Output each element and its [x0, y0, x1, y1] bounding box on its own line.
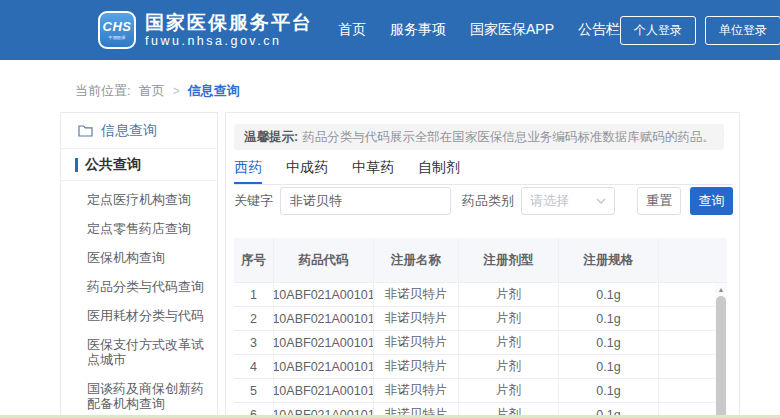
column-header-index: 序号	[234, 238, 274, 282]
logo-mini-text: 中国医保	[109, 34, 126, 39]
cell-registered-name: 非诺贝特片	[374, 355, 459, 378]
results-table: 序号 药品代码 注册名称 注册剂型 注册规格 1 XC10ABF021A0010…	[234, 238, 727, 418]
site-domain: fuwu.nhsa.gov.cn	[145, 34, 313, 49]
tip-alert-title: 温馨提示:	[244, 129, 298, 146]
sidebar-item-negotiated-drug-institutions[interactable]: 国谈药及商保创新药配备机构查询	[61, 374, 217, 418]
sidebar-item-drug-classification-code[interactable]: 药品分类与代码查询	[61, 272, 217, 301]
table-header-row: 序号 药品代码 注册名称 注册剂型 注册规格	[234, 238, 727, 283]
column-header-dosage-form: 注册剂型	[459, 238, 559, 282]
category-select-placeholder: 请选择	[530, 192, 569, 210]
site-title: 国家医保服务平台	[145, 12, 313, 33]
nav-services[interactable]: 服务事项	[390, 21, 446, 39]
sidebar-item-insurance-agencies[interactable]: 医保机构查询	[61, 243, 217, 272]
main-panel: 温馨提示: 药品分类与代码展示全部在国家医保信息业务编码标准数据库赋码的药品。 …	[225, 112, 740, 418]
folder-icon	[78, 124, 93, 137]
cell-spec: 0.1g	[559, 379, 659, 402]
sidebar-section-label: 公共查询	[85, 156, 141, 174]
close-icon[interactable]: ×	[715, 130, 724, 145]
column-header-drug-code: 药品代码	[274, 238, 374, 282]
cell-drug-code: XC10ABF021A001010...	[274, 379, 374, 402]
org-login-button[interactable]: 单位登录	[705, 16, 780, 45]
breadcrumb-separator: >	[173, 84, 180, 98]
top-nav: 首页 服务事项 国家医保APP 公告栏	[338, 21, 620, 39]
cell-spec: 0.1g	[559, 331, 659, 354]
reset-button[interactable]: 重置	[637, 187, 680, 215]
table-row[interactable]: 4 XC10ABF021A001010... 非诺贝特片 片剂 0.1g	[234, 355, 727, 379]
search-button[interactable]: 查询	[690, 187, 733, 215]
sidebar-item-consumables-classification-code[interactable]: 医用耗材分类与代码	[61, 301, 217, 330]
page: CHS 中国医保 国家医保服务平台 fuwu.nhsa.gov.cn 首页 服务…	[0, 0, 780, 418]
table-row[interactable]: 2 XC10ABF021A001010... 非诺贝特片 片剂 0.1g	[234, 307, 727, 331]
nav-medicare-app[interactable]: 国家医保APP	[470, 21, 554, 39]
table-row[interactable]: 5 XC10ABF021A001010... 非诺贝特片 片剂 0.1g	[234, 379, 727, 403]
cell-index: 1	[234, 283, 274, 306]
sidebar-section-public-query[interactable]: 公共查询	[61, 149, 217, 181]
sidebar-item-fixed-medical-institutions[interactable]: 定点医疗机构查询	[61, 185, 217, 214]
cell-registered-name: 非诺贝特片	[374, 283, 459, 306]
site-logo[interactable]: CHS 中国医保 国家医保服务平台 fuwu.nhsa.gov.cn	[98, 11, 313, 49]
personal-login-button[interactable]: 个人登录	[620, 16, 696, 45]
cell-dosage-form: 片剂	[459, 307, 559, 330]
cell-drug-code: XC10ABF021A001010...	[274, 307, 374, 330]
cell-dosage-form: 片剂	[459, 379, 559, 402]
nav-home[interactable]: 首页	[338, 21, 366, 39]
cell-drug-code: XC10ABF021A001010...	[274, 283, 374, 306]
breadcrumb: 当前位置: 首页 > 信息查询	[75, 82, 240, 100]
breadcrumb-prefix: 当前位置:	[75, 82, 131, 100]
cell-dosage-form: 片剂	[459, 283, 559, 306]
column-header-spec: 注册规格	[559, 238, 659, 282]
tab-self-prepared[interactable]: 自制剂	[418, 159, 460, 184]
cell-spec: 0.1g	[559, 307, 659, 330]
active-section-marker	[75, 158, 78, 172]
filter-bar: 关键字 药品类别 请选择 重置 查询	[234, 187, 733, 215]
cell-index: 3	[234, 331, 274, 354]
chs-logo-icon: CHS 中国医保	[98, 11, 136, 49]
scrollbar-thumb[interactable]	[716, 296, 726, 418]
cell-registered-name: 非诺贝特片	[374, 307, 459, 330]
sidebar-item-payment-reform-pilot-cities[interactable]: 医保支付方式改革试点城市	[61, 330, 217, 374]
cell-drug-code: XC10ABF021A001010...	[274, 331, 374, 354]
sidebar-root-label: 信息查询	[101, 122, 157, 140]
category-label: 药品类别	[462, 192, 514, 210]
cell-index: 5	[234, 379, 274, 402]
cell-drug-code: XC10ABF021A001010...	[274, 355, 374, 378]
keyword-input[interactable]	[280, 187, 451, 215]
breadcrumb-current: 信息查询	[188, 82, 240, 100]
top-header: CHS 中国医保 国家医保服务平台 fuwu.nhsa.gov.cn 首页 服务…	[0, 0, 780, 60]
cell-registered-name: 非诺贝特片	[374, 379, 459, 402]
tab-western-medicine[interactable]: 西药	[234, 159, 262, 184]
scroll-up-icon[interactable]: ▲	[715, 283, 727, 295]
cell-index: 2	[234, 307, 274, 330]
drug-type-tabs: 西药 中成药 中草药 自制剂	[234, 159, 733, 185]
cell-spec: 0.1g	[559, 355, 659, 378]
cell-dosage-form: 片剂	[459, 331, 559, 354]
sidebar: 信息查询 公共查询 定点医疗机构查询 定点零售药店查询 医保机构查询 药品分类与…	[60, 112, 218, 418]
table-row[interactable]: 3 XC10ABF021A001010... 非诺贝特片 片剂 0.1g	[234, 331, 727, 355]
logo-chs-text: CHS	[103, 20, 132, 34]
cell-registered-name: 非诺贝特片	[374, 331, 459, 354]
sidebar-root-info-query[interactable]: 信息查询	[61, 113, 217, 149]
keyword-label: 关键字	[234, 192, 273, 210]
tip-alert: 温馨提示: 药品分类与代码展示全部在国家医保信息业务编码标准数据库赋码的药品。 …	[234, 124, 724, 150]
cell-dosage-form: 片剂	[459, 355, 559, 378]
column-header-registered-name: 注册名称	[374, 238, 459, 282]
sidebar-item-retail-pharmacies[interactable]: 定点零售药店查询	[61, 214, 217, 243]
nav-bulletin-board[interactable]: 公告栏	[578, 21, 620, 39]
login-actions: 个人登录 单位登录	[620, 16, 780, 45]
table-body: 1 XC10ABF021A001010... 非诺贝特片 片剂 0.1g 2 X…	[234, 283, 727, 418]
table-row[interactable]: 1 XC10ABF021A001010... 非诺贝特片 片剂 0.1g	[234, 283, 727, 307]
chevron-down-icon	[596, 198, 606, 204]
cell-index: 4	[234, 355, 274, 378]
tip-alert-message: 药品分类与代码展示全部在国家医保信息业务编码标准数据库赋码的药品。	[302, 129, 715, 146]
category-select[interactable]: 请选择	[521, 187, 615, 215]
tab-chinese-patent-medicine[interactable]: 中成药	[286, 159, 328, 184]
table-scrollbar[interactable]: ▲	[715, 283, 727, 418]
cell-spec: 0.1g	[559, 283, 659, 306]
column-header-clipped	[659, 238, 727, 282]
tab-chinese-herbal-medicine[interactable]: 中草药	[352, 159, 394, 184]
sidebar-menu: 定点医疗机构查询 定点零售药店查询 医保机构查询 药品分类与代码查询 医用耗材分…	[61, 185, 217, 418]
breadcrumb-home[interactable]: 首页	[139, 82, 165, 100]
logo-text: 国家医保服务平台 fuwu.nhsa.gov.cn	[145, 12, 313, 49]
